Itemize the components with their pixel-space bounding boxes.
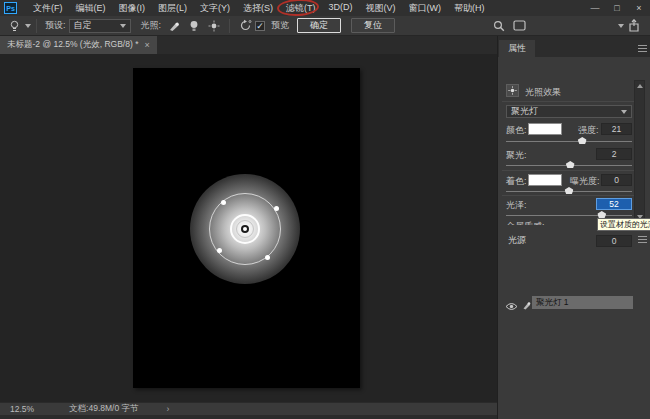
maximize-button[interactable]: □	[606, 1, 628, 16]
document-size-info: 文档:49.8M/0 字节	[69, 403, 138, 415]
gloss-value-field[interactable]: 52	[596, 198, 632, 210]
reset-button[interactable]: 复位	[351, 18, 395, 33]
share-button[interactable]	[626, 18, 642, 34]
light-bulb-icon	[9, 20, 20, 32]
status-bar: 12.5% 文档:49.8M/0 字节 ›	[0, 402, 497, 415]
menu-edit[interactable]: 编辑(E)	[70, 1, 112, 16]
infinite-light-icon	[208, 20, 220, 32]
menu-type[interactable]: 文字(Y)	[194, 1, 236, 16]
right-panel-column: 属性 光照效果 聚光灯 颜色: 强度: 21 聚光: 2	[497, 36, 650, 419]
light-type-dropdown[interactable]: 聚光灯	[506, 105, 632, 118]
spot-light-button[interactable]	[166, 18, 182, 34]
panel-menu-icon[interactable]	[638, 45, 647, 52]
point-light-icon	[189, 20, 199, 32]
menu-filter-label: 滤镜(T)	[286, 3, 316, 13]
ok-button[interactable]: 确定	[297, 18, 341, 33]
menu-3d[interactable]: 3D(D)	[323, 1, 359, 16]
preview-label: 预览	[271, 19, 289, 32]
close-button[interactable]: ×	[628, 1, 650, 16]
colorize-swatch[interactable]	[528, 174, 562, 186]
properties-scrollbar[interactable]	[634, 80, 645, 223]
menu-items: 文件(F) 编辑(E) 图像(I) 图层(L) 文字(Y) 选择(S) 滤镜(T…	[27, 1, 491, 16]
light-edge-handle[interactable]	[274, 206, 279, 211]
menu-image[interactable]: 图像(I)	[113, 1, 152, 16]
spot-light-icon	[168, 20, 180, 32]
intensity-slider[interactable]	[506, 137, 632, 145]
separator	[229, 19, 230, 33]
lights-label: 光照:	[141, 19, 162, 32]
gloss-tooltip: 设置材质的光泽	[597, 218, 650, 231]
light-edge-handle[interactable]	[217, 248, 222, 253]
menu-file[interactable]: 文件(F)	[27, 1, 69, 16]
divider	[502, 101, 642, 102]
light-color-swatch[interactable]	[528, 123, 562, 135]
tool-preset-chevron-icon[interactable]	[25, 24, 31, 28]
menu-view[interactable]: 视图(V)	[360, 1, 402, 16]
tab-close-icon[interactable]: ×	[144, 40, 149, 50]
exposure-slider[interactable]	[506, 187, 632, 195]
share-icon	[628, 19, 640, 32]
screen-mode-button[interactable]	[511, 18, 527, 34]
preset-dropdown[interactable]: 自定	[69, 19, 131, 33]
divider	[502, 170, 642, 171]
color-label: 颜色:	[506, 124, 527, 137]
menu-help[interactable]: 帮助(H)	[448, 1, 491, 16]
options-bar: 预设: 自定 光照: ✓ 预览 确定 复	[0, 16, 650, 36]
point-light-button[interactable]	[186, 18, 202, 34]
preview-checkbox[interactable]: ✓	[255, 21, 265, 31]
intensity-label: 强度:	[578, 124, 599, 137]
document-tab-bar: 未标题-2 @ 12.5% (光效, RGB/8) * ×	[0, 36, 497, 54]
screen-mode-icon	[513, 20, 526, 31]
search-button[interactable]	[491, 18, 507, 34]
menu-layer[interactable]: 图层(L)	[152, 1, 193, 16]
menu-window[interactable]: 窗口(W)	[403, 1, 448, 16]
menu-filter[interactable]: 滤镜(T)	[280, 1, 322, 16]
preset-value: 自定	[74, 19, 92, 32]
preset-label: 预设:	[45, 19, 66, 32]
tab-properties[interactable]: 属性	[499, 40, 535, 57]
lighting-effects-icon	[506, 84, 519, 97]
lights-panel: 聚光灯 1	[498, 248, 650, 419]
exposure-value-field[interactable]: 0	[601, 174, 632, 186]
canvas-pasteboard	[0, 54, 497, 402]
chevron-down-icon	[621, 110, 627, 114]
screen-mode-chevron-icon[interactable]	[618, 24, 624, 28]
divider	[502, 195, 642, 196]
intensity-value-field[interactable]: 21	[601, 123, 632, 135]
hotspot-slider[interactable]	[506, 161, 632, 169]
chevron-down-icon	[120, 24, 126, 28]
light-edge-handle[interactable]	[221, 200, 226, 205]
document-tab-title: 未标题-2 @ 12.5% (光效, RGB/8) *	[7, 39, 138, 51]
hotspot-value-field[interactable]: 2	[596, 148, 632, 160]
minimize-button[interactable]: —	[584, 1, 606, 16]
window-controls: — □ ×	[584, 1, 650, 16]
light-edge-handle[interactable]	[265, 255, 270, 260]
infinite-light-button[interactable]	[206, 18, 222, 34]
light-source-row[interactable]: 聚光灯 1	[498, 298, 650, 312]
light-type-value: 聚光灯	[511, 105, 538, 118]
menu-bar: Ps 文件(F) 编辑(E) 图像(I) 图层(L) 文字(Y) 选择(S) 滤…	[0, 0, 650, 16]
photoshop-logo: Ps	[4, 2, 17, 14]
ambience-value-field[interactable]: 0	[596, 235, 632, 247]
lights-panel-menu-icon[interactable]	[638, 236, 647, 243]
panel-header-title: 光照效果	[525, 86, 561, 99]
status-expand-arrow[interactable]: ›	[167, 404, 170, 414]
menu-select[interactable]: 选择(S)	[237, 1, 279, 16]
rotate-reset-icon	[239, 19, 252, 32]
visibility-eye-icon[interactable]	[503, 298, 519, 314]
separator	[36, 19, 37, 33]
bottom-strip	[0, 415, 497, 419]
properties-panel: 光照效果 聚光灯 颜色: 强度: 21 聚光: 2 着色: 曝光度: 0 光泽:…	[498, 57, 650, 225]
reset-lights-button[interactable]	[237, 18, 253, 34]
search-icon	[493, 20, 505, 32]
light-center-handle[interactable]	[241, 225, 249, 233]
document-tab[interactable]: 未标题-2 @ 12.5% (光效, RGB/8) * ×	[0, 36, 157, 54]
document-canvas[interactable]	[133, 68, 360, 388]
tool-preset-button[interactable]	[6, 18, 22, 34]
scroll-up-icon[interactable]	[637, 84, 643, 88]
zoom-level-field[interactable]: 12.5%	[10, 404, 34, 414]
tab-light-sources[interactable]: 光源	[499, 232, 535, 248]
light-source-name[interactable]: 聚光灯 1	[532, 296, 633, 309]
